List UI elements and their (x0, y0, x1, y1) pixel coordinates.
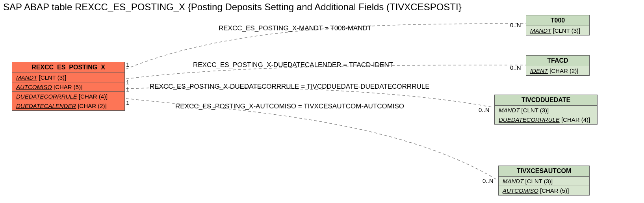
cardinality-right: 0..N (479, 106, 490, 113)
entity-main-header: REXCC_ES_POSTING_X (12, 62, 124, 73)
diagram-title: SAP ABAP table REXCC_ES_POSTING_X {Posti… (3, 2, 462, 13)
entity-field: MANDT [CLNT (3)] (526, 26, 589, 35)
entity-main-field: MANDT [CLNT (3)] (12, 73, 124, 82)
entity-main: REXCC_ES_POSTING_X MANDT [CLNT (3)] AUTC… (12, 62, 125, 111)
cardinality-right: 0..N (483, 177, 494, 184)
cardinality-right: 0..N (510, 22, 521, 28)
relation-label: REXCC_ES_POSTING_X-MANDT = T000-MANDT (219, 24, 371, 32)
relation-label: REXCC_ES_POSTING_X-AUTCOMISO = TIVXCESAU… (175, 102, 404, 110)
entity-field: MANDT [CLNT (3)] (495, 106, 597, 115)
entity-header: TFACD (526, 56, 589, 66)
cardinality-left: 1 (126, 86, 129, 93)
entity-header: T000 (526, 15, 589, 26)
diagram-stage: { "title": "SAP ABAP table REXCC_ES_POST… (0, 0, 644, 203)
entity-header: TIVXCESAUTCOM (499, 166, 589, 177)
cardinality-right: 0..N (510, 64, 521, 71)
cardinality-left: 1 (126, 61, 129, 68)
entity-tivxcesautcom: TIVXCESAUTCOM MANDT [CLNT (3)] AUTCOMISO… (498, 166, 590, 196)
entity-field: MANDT [CLNT (3)] (499, 177, 589, 186)
cardinality-left: 1 (126, 79, 129, 86)
entity-header: TIVCDDUEDATE (495, 95, 597, 106)
entity-tivcdduedate: TIVCDDUEDATE MANDT [CLNT (3)] DUEDATECOR… (494, 95, 598, 125)
entity-tfacd: TFACD IDENT [CHAR (2)] (526, 55, 590, 76)
relation-label: REXCC_ES_POSTING_X-DUEDATECALENDER = TFA… (193, 61, 393, 69)
entity-main-field: DUEDATECORRRULE [CHAR (4)] (12, 92, 124, 101)
entity-main-field: DUEDATECALENDER [CHAR (2)] (12, 101, 124, 110)
entity-main-field: AUTCOMISO [CHAR (5)] (12, 82, 124, 92)
entity-field: DUEDATECORRRULE [CHAR (4)] (495, 115, 597, 124)
entity-field: AUTCOMISO [CHAR (5)] (499, 186, 589, 195)
cardinality-left: 1 (126, 99, 129, 106)
relation-label: REXCC_ES_POSTING_X-DUEDATECORRRULE = TIV… (150, 83, 430, 91)
entity-t000: T000 MANDT [CLNT (3)] (526, 15, 590, 35)
entity-field: IDENT [CHAR (2)] (526, 66, 589, 75)
